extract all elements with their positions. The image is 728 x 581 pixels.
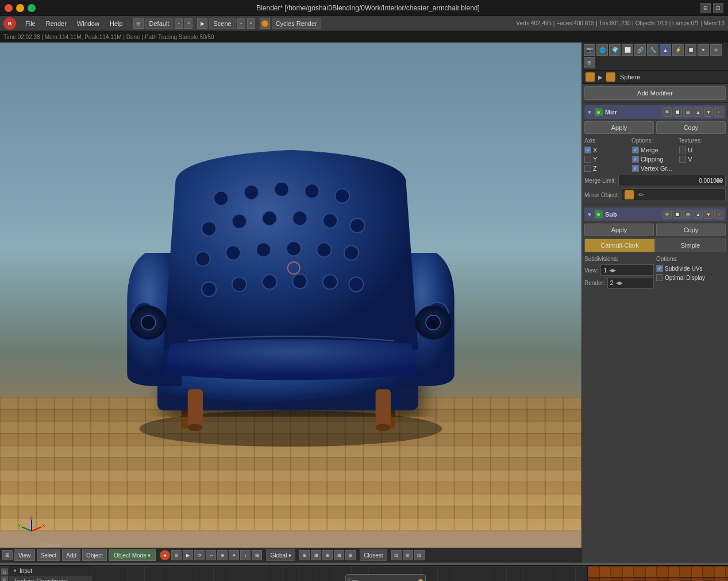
prop-icon-extra[interactable]: ⊞ — [584, 57, 595, 68]
scene-x[interactable]: × — [247, 18, 255, 29]
catmull-clark-button[interactable]: Catmull-Clark — [584, 238, 655, 252]
mirror-icon-3[interactable]: ⊞ — [683, 107, 692, 117]
prop-icon-render[interactable]: 📷 — [584, 44, 595, 56]
end-icon-3[interactable]: ⊡ — [414, 550, 425, 560]
tool-icon-1[interactable]: ⊡ — [171, 550, 182, 560]
prop-icon-physics[interactable]: ⚛ — [710, 44, 722, 56]
more-icon-4[interactable]: ⊞ — [334, 550, 344, 560]
add-modifier-button[interactable]: Add Modifier — [584, 86, 726, 100]
render-stepper[interactable]: 2 ◀▶ — [607, 277, 654, 288]
object-mode-dropdown[interactable]: Object Mode ▾ — [109, 549, 156, 561]
tool-icon-5[interactable]: ⊕ — [217, 550, 228, 560]
node-editor[interactable]: Fac IOR: 2.000 Normal ▼ Image Texture — [93, 566, 587, 581]
mirror-collapse-icon[interactable]: ▼ — [587, 109, 592, 116]
svg-point-18 — [244, 184, 259, 199]
closest-dropdown[interactable]: Closest — [360, 549, 387, 561]
scene-plus[interactable]: + — [237, 18, 245, 29]
mirror-enable-icon[interactable]: ⊙ — [595, 108, 603, 116]
prop-icon-texture[interactable]: 🔲 — [685, 44, 696, 56]
workspace-label[interactable]: Default — [145, 18, 174, 29]
mirror-icon-1[interactable]: 👁 — [662, 107, 672, 117]
tex-v-checkbox[interactable] — [679, 156, 686, 163]
textures-column: U V — [679, 146, 726, 172]
left-icon-2[interactable]: R — [1, 576, 8, 581]
prop-icon-object[interactable]: ⬜ — [622, 44, 633, 56]
optimal-display-checkbox[interactable] — [656, 274, 663, 281]
maximize-button[interactable] — [28, 4, 36, 12]
subsurf-icon-1[interactable]: 👁 — [662, 210, 672, 219]
prop-icon-scene[interactable]: 🌐 — [596, 44, 608, 56]
tool-icon-4[interactable]: ↔ — [206, 550, 216, 560]
sidebar-item-texture-coordinate[interactable]: Texture Coordinate — [9, 576, 92, 581]
mirror-copy-button[interactable]: Copy — [656, 121, 726, 134]
view-stepper[interactable]: 1 ◀▶ — [600, 264, 654, 276]
viewport-mode-icon[interactable]: ⊞ — [2, 550, 13, 560]
prop-icon-particles[interactable]: ✦ — [698, 44, 709, 56]
minimize-button[interactable] — [16, 4, 24, 12]
subsurf-enable-icon[interactable]: ⊙ — [595, 210, 603, 218]
menu-window[interactable]: Window — [72, 19, 104, 28]
tool-icon-3[interactable]: ⟳ — [194, 550, 205, 560]
add-button[interactable]: Add — [62, 549, 80, 561]
vertex-groups-checkbox[interactable] — [632, 165, 639, 172]
clipping-checkbox[interactable] — [632, 156, 639, 163]
tool-icon-2[interactable]: ▶ — [183, 550, 193, 560]
merge-limit-value[interactable]: 0.001000 ◀▶ — [618, 175, 726, 186]
eyedropper-button[interactable]: ✏ — [636, 190, 646, 200]
left-icon-1[interactable]: G — [1, 568, 8, 575]
more-icon-1[interactable]: ⊞ — [299, 550, 310, 560]
axis-x-checkbox[interactable] — [584, 147, 591, 153]
close-button[interactable] — [5, 4, 13, 12]
title-icon-1[interactable]: ⊟ — [700, 3, 711, 13]
subsurf-icon-2[interactable]: 🔲 — [673, 210, 682, 219]
menu-render[interactable]: Render — [41, 19, 71, 28]
more-icon-5[interactable]: ⊞ — [345, 550, 356, 560]
fresnel-node[interactable]: Fac IOR: 2.000 Normal — [345, 574, 426, 581]
tool-icon-8[interactable]: ⊞ — [252, 550, 262, 560]
engine-label[interactable]: Cycles Render — [272, 18, 321, 29]
workspace-selector[interactable]: ⊞ Default + × — [133, 18, 193, 29]
tool-icon-6[interactable]: ✦ — [229, 550, 239, 560]
subsurf-copy-button[interactable]: Copy — [656, 224, 726, 236]
menu-file[interactable]: File — [21, 19, 40, 28]
3d-viewport[interactable]: X Y Z Camera ⊞ View Select Add Object Ob… — [0, 43, 581, 563]
title-icon-2[interactable]: ⊡ — [713, 3, 723, 13]
scene-label[interactable]: Scene — [209, 18, 235, 29]
prop-icon-world[interactable]: 🌍 — [609, 44, 621, 56]
mirror-apply-button[interactable]: Apply — [584, 121, 654, 134]
subsurf-delete-icon[interactable]: ✕ — [714, 210, 723, 219]
prop-icon-modifiers[interactable]: 🔧 — [647, 44, 658, 56]
end-icon-1[interactable]: ⊡ — [391, 550, 402, 560]
more-icon-3[interactable]: ⊞ — [322, 550, 333, 560]
subsurf-icon-4[interactable]: ▲ — [694, 210, 703, 219]
subsurf-collapse-icon[interactable]: ▼ — [587, 211, 592, 218]
axis-y-checkbox[interactable] — [584, 156, 591, 163]
prop-icon-material[interactable]: ⚡ — [672, 44, 684, 56]
mirror-object-field[interactable]: ✏ — [622, 188, 726, 201]
subsurf-icon-3[interactable]: ⊞ — [683, 210, 692, 219]
mirror-icon-2[interactable]: 🔲 — [673, 107, 682, 117]
mirror-icon-4[interactable]: ▲ — [694, 107, 703, 117]
mirror-icon-5[interactable]: ▼ — [704, 107, 713, 117]
subsurf-icon-5[interactable]: ▼ — [704, 210, 713, 219]
subsurf-apply-button[interactable]: Apply — [584, 224, 654, 236]
axis-z-checkbox[interactable] — [584, 165, 591, 172]
simple-button[interactable]: Simple — [655, 238, 726, 252]
view-button[interactable]: View — [14, 549, 35, 561]
subdivide-uvs-checkbox[interactable] — [656, 265, 663, 272]
prop-icon-constraints[interactable]: 🔗 — [634, 44, 646, 56]
tex-u-checkbox[interactable] — [679, 147, 686, 153]
object-button[interactable]: Object — [82, 549, 107, 561]
mirror-delete-icon[interactable]: ✕ — [714, 107, 723, 117]
tool-icon-7[interactable]: ↕ — [240, 550, 251, 560]
more-icon-2[interactable]: ⊞ — [311, 550, 321, 560]
merge-checkbox[interactable] — [632, 147, 639, 153]
workspace-icons[interactable]: + — [175, 18, 183, 29]
prop-icon-data[interactable]: ▲ — [660, 44, 671, 56]
render-dot-icon[interactable]: ● — [160, 550, 170, 560]
global-dropdown[interactable]: Global ▾ — [266, 549, 295, 561]
end-icon-2[interactable]: ⊡ — [403, 550, 413, 560]
menu-help[interactable]: Help — [105, 19, 128, 28]
select-button[interactable]: Select — [37, 549, 61, 561]
workspace-x[interactable]: × — [184, 18, 192, 29]
